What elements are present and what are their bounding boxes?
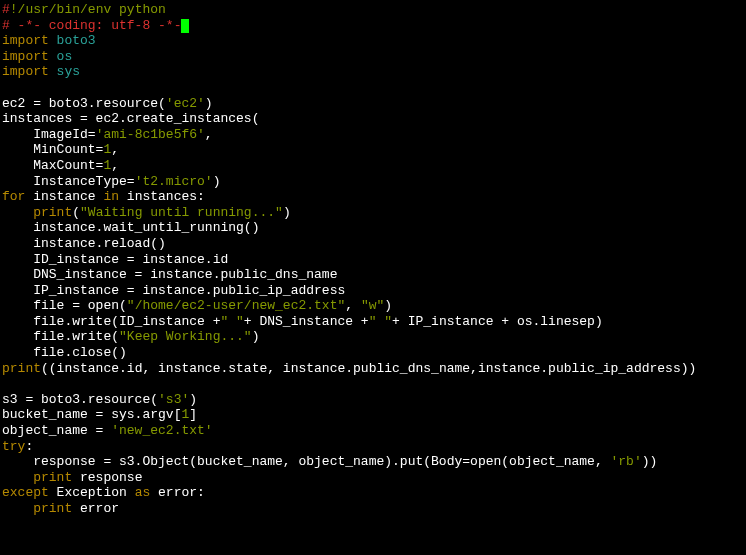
code-token: response	[72, 470, 142, 485]
code-token: ,	[111, 158, 119, 173]
code-line: # -*- coding: utf-8 -*-	[2, 18, 744, 34]
code-line: MinCount=1,	[2, 142, 744, 158]
code-line: IP_instance = instance.public_ip_address	[2, 283, 744, 299]
code-token: #	[2, 2, 10, 17]
code-token: + DNS_instance +	[244, 314, 369, 329]
code-token: :	[25, 439, 33, 454]
code-line: try:	[2, 439, 744, 455]
code-token: instance	[25, 189, 103, 204]
code-line: ec2 = boto3.resource('ec2')	[2, 96, 744, 112]
code-line: #!/usr/bin/env python	[2, 2, 744, 18]
code-token: IP_instance = instance.public_ip_address	[33, 283, 345, 298]
code-token: instance.reload()	[33, 236, 166, 251]
code-line: print response	[2, 470, 744, 486]
code-token: )	[205, 96, 213, 111]
code-token: error	[72, 501, 119, 516]
code-token: + IP_instance + os.linesep)	[392, 314, 603, 329]
code-line	[2, 376, 744, 392]
code-token: ,	[111, 142, 119, 157]
code-line: instance.reload()	[2, 236, 744, 252]
code-token: sys	[49, 64, 80, 79]
code-token: 's3'	[158, 392, 189, 407]
code-line: for instance in instances:	[2, 189, 744, 205]
code-line: instance.wait_until_running()	[2, 220, 744, 236]
code-line: print("Waiting until running...")	[2, 205, 744, 221]
code-line: InstanceType='t2.micro')	[2, 174, 744, 190]
code-token: file.write(ID_instance +	[33, 314, 220, 329]
code-token: )	[189, 392, 197, 407]
code-token: file.close()	[33, 345, 127, 360]
code-token: import	[2, 33, 49, 48]
code-token: in	[103, 189, 119, 204]
code-token: bucket_name = sys.argv[	[2, 407, 181, 422]
code-token: as	[135, 485, 151, 500]
code-token: InstanceType=	[33, 174, 134, 189]
code-token: ((instance.id, instance.state, instance.…	[41, 361, 696, 376]
code-token: for	[2, 189, 25, 204]
code-token: import	[2, 49, 49, 64]
code-token: DNS_instance = instance.public_dns_name	[33, 267, 337, 282]
code-line: import boto3	[2, 33, 744, 49]
code-token: )	[213, 174, 221, 189]
code-line: import sys	[2, 64, 744, 80]
code-editor[interactable]: #!/usr/bin/env python# -*- coding: utf-8…	[2, 2, 744, 517]
code-token: boto3	[49, 33, 96, 48]
code-line: s3 = boto3.resource('s3')	[2, 392, 744, 408]
code-line: file.close()	[2, 345, 744, 361]
code-token: ,	[205, 127, 213, 142]
code-token: 'ec2'	[166, 96, 205, 111]
code-token: instances = ec2.create_instances(	[2, 111, 259, 126]
code-token: 'new_ec2.txt'	[111, 423, 212, 438]
code-token: response = s3.Object(bucket_name, object…	[33, 454, 610, 469]
code-line: bucket_name = sys.argv[1]	[2, 407, 744, 423]
code-token: )	[252, 329, 260, 344]
code-line: except Exception as error:	[2, 485, 744, 501]
code-token: )	[384, 298, 392, 313]
code-token: MaxCount=	[33, 158, 103, 173]
code-token: ec2 = boto3.resource(	[2, 96, 166, 111]
code-token: os	[49, 49, 72, 64]
code-token: ID_instance = instance.id	[33, 252, 228, 267]
code-token: ))	[642, 454, 658, 469]
code-line: file.write(ID_instance +" "+ DNS_instanc…	[2, 314, 744, 330]
code-token: 'ami-8c1be5f6'	[96, 127, 205, 142]
code-token: ,	[345, 298, 361, 313]
code-line: file = open("/home/ec2-user/new_ec2.txt"…	[2, 298, 744, 314]
code-line: ImageId='ami-8c1be5f6',	[2, 127, 744, 143]
code-token: file.write(	[33, 329, 119, 344]
code-line: print error	[2, 501, 744, 517]
code-line: MaxCount=1,	[2, 158, 744, 174]
text-cursor	[181, 19, 189, 33]
code-line	[2, 80, 744, 96]
code-token: print	[2, 361, 41, 376]
code-token: "Keep Working..."	[119, 329, 252, 344]
code-token: "Waiting until running..."	[80, 205, 283, 220]
code-token: "/home/ec2-user/new_ec2.txt"	[127, 298, 345, 313]
code-token: object_name =	[2, 423, 111, 438]
code-token: print	[33, 205, 72, 220]
code-token: " "	[369, 314, 392, 329]
code-token: instance.wait_until_running()	[33, 220, 259, 235]
code-token: file = open(	[33, 298, 127, 313]
code-token: 't2.micro'	[135, 174, 213, 189]
code-line: instances = ec2.create_instances(	[2, 111, 744, 127]
code-token: ]	[189, 407, 197, 422]
code-token: error:	[150, 485, 205, 500]
code-token: !/usr/bin/env python	[10, 2, 166, 17]
code-token: MinCount=	[33, 142, 103, 157]
code-token: (	[72, 205, 80, 220]
code-line: file.write("Keep Working...")	[2, 329, 744, 345]
code-token: print	[33, 470, 72, 485]
code-token: ImageId=	[33, 127, 95, 142]
code-line: import os	[2, 49, 744, 65]
code-token: import	[2, 64, 49, 79]
code-token: "w"	[361, 298, 384, 313]
code-token: except	[2, 485, 49, 500]
code-token: 'rb'	[611, 454, 642, 469]
code-token: print	[33, 501, 72, 516]
code-line: object_name = 'new_ec2.txt'	[2, 423, 744, 439]
code-token: try	[2, 439, 25, 454]
code-line: ID_instance = instance.id	[2, 252, 744, 268]
code-token: instances:	[119, 189, 205, 204]
code-token: s3 = boto3.resource(	[2, 392, 158, 407]
